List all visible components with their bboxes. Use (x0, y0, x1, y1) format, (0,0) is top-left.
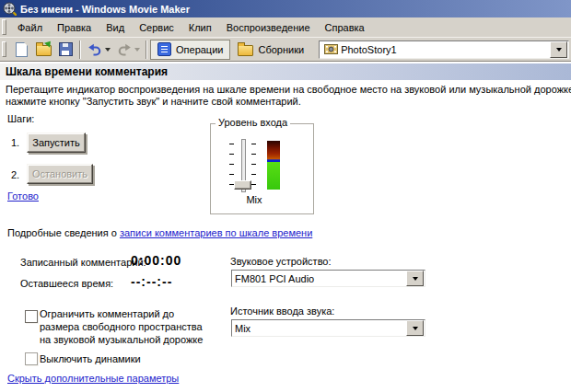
collections-folder-icon (238, 45, 253, 56)
chevron-down-icon (413, 327, 418, 330)
collection-film-icon (324, 43, 338, 55)
redo-dropdown-arrow-icon (134, 48, 140, 52)
undo-dropdown-arrow-icon (105, 48, 111, 52)
operations-label: Операции (176, 44, 223, 55)
menu-view[interactable]: Вид (99, 19, 132, 36)
chevron-down-icon (556, 48, 562, 52)
menu-tools[interactable]: Сервис (132, 19, 181, 36)
input-level-group-label: Уровень входа (216, 117, 290, 128)
window-title: Без имени - Windows Movie Maker (20, 4, 190, 15)
collection-combobox-arrow-button[interactable] (550, 41, 567, 58)
stop-narration-button[interactable]: Остановить (27, 164, 93, 184)
undo-icon (87, 43, 102, 56)
mute-speakers-checkbox[interactable] (25, 352, 38, 365)
menu-edit[interactable]: Правка (50, 19, 99, 36)
panel-header: Шкала времени комментария (0, 63, 571, 80)
redo-button[interactable] (113, 40, 143, 60)
step2-number: 2. (11, 169, 19, 180)
collection-combobox-value: PhotoStory1 (341, 44, 397, 55)
recorded-narration-value: 0:00:00 (131, 253, 181, 268)
movie-maker-window: Без имени - Windows Movie Maker Файл Пра… (0, 0, 571, 392)
menu-file[interactable]: Файл (10, 19, 50, 36)
start-narration-button[interactable]: Запустить (27, 133, 86, 153)
save-icon (59, 42, 73, 56)
new-document-icon (16, 42, 28, 57)
done-link[interactable]: Готово (7, 190, 39, 202)
toolbar: Операции Сборники PhotoStory1 (0, 38, 571, 62)
time-remaining-value: --:--:-- (131, 274, 172, 289)
collections-label: Сборники (258, 44, 304, 55)
audio-source-combobox[interactable]: Mix (231, 319, 425, 337)
collection-combobox[interactable]: PhotoStory1 (319, 40, 569, 59)
audio-source-label: Источник ввода звука: (230, 306, 334, 317)
redo-icon (117, 43, 132, 56)
input-level-slider-thumb[interactable] (234, 180, 251, 190)
audio-device-value: FM801 PCI Audio (235, 273, 314, 284)
limit-narration-checkbox[interactable] (25, 310, 38, 323)
toolbar-grip-handle[interactable] (2, 41, 6, 57)
operations-list-icon (157, 42, 171, 56)
save-project-button[interactable] (54, 40, 76, 60)
title-bar: Без имени - Windows Movie Maker (0, 0, 571, 17)
audio-device-combobox-arrow-button[interactable] (406, 271, 424, 286)
menu-play[interactable]: Воспроизведение (219, 19, 318, 36)
narration-help-link[interactable]: записи комментариев по шкале времени (120, 227, 312, 238)
time-remaining-label: Оставшееся время: (20, 278, 113, 289)
hide-options-link[interactable]: Скрыть дополнительные параметры (7, 373, 179, 384)
toolbar-separator (146, 40, 147, 59)
panel-description-line1: Перетащите индикатор воспроизведения на … (6, 84, 571, 95)
menu-bar: Файл Правка Вид Сервис Клип Воспроизведе… (0, 17, 571, 38)
menu-clip[interactable]: Клип (181, 19, 219, 36)
menu-help[interactable]: Справка (318, 19, 372, 36)
recorded-narration-label: Записанный комментарий: (20, 257, 146, 268)
page-title: Шкала времени комментария (6, 65, 168, 78)
details-line: Подробные сведения о записи комментариев… (7, 227, 312, 238)
undo-button[interactable] (84, 40, 113, 60)
slider-ticks-right (251, 144, 256, 185)
input-source-mix-label: Mix (210, 194, 298, 205)
toolbar-separator (79, 40, 81, 59)
audio-device-label: Звуковое устройство: (230, 256, 332, 267)
menubar-grip-handle[interactable] (2, 19, 6, 35)
panel-description-line2: нажмите кнопку "Запустить звук" и начнит… (6, 96, 301, 107)
chevron-down-icon (413, 277, 418, 281)
audio-source-combobox-arrow-button[interactable] (406, 320, 424, 336)
new-project-button[interactable] (10, 40, 32, 60)
mute-speakers-label: Выключить динамики (40, 353, 141, 364)
details-prefix: Подробные сведения о (7, 227, 117, 238)
slider-ticks-left (229, 144, 234, 185)
audio-device-combobox[interactable]: FM801 PCI Audio (231, 270, 425, 287)
steps-label: Шаги: (7, 113, 34, 124)
limit-narration-label: Ограничить комментарий до размера свобод… (40, 307, 203, 346)
open-folder-icon (36, 45, 52, 56)
open-project-button[interactable] (32, 40, 54, 60)
collections-toggle-button[interactable]: Сборники (230, 40, 311, 60)
operations-toggle-button[interactable]: Операции (150, 40, 230, 60)
input-level-meter (267, 141, 280, 190)
step1-number: 1. (11, 137, 19, 148)
app-icon (3, 2, 17, 16)
audio-source-value: Mix (235, 323, 251, 334)
